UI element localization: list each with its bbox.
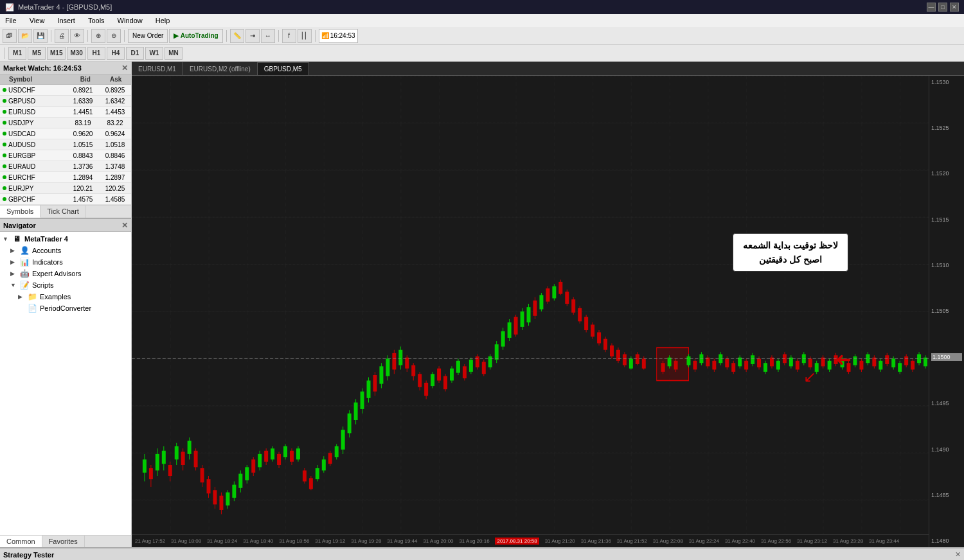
expand-icon: ▼ <box>10 282 17 288</box>
autotrading-button[interactable]: ▶ AutoTrading <box>169 29 222 43</box>
strategy-tester-close[interactable]: ✕ <box>955 550 961 559</box>
tf-d1[interactable]: D1 <box>126 47 144 60</box>
list-item[interactable]: GBPCHF 1.45751.4585 <box>0 194 131 205</box>
accounts-icon: 👤 <box>19 246 30 255</box>
chart-shift-button[interactable]: ⇥ <box>245 29 260 43</box>
svg-rect-24 <box>181 451 185 464</box>
autoscroll-button[interactable]: ↔ <box>261 29 275 43</box>
new-order-button[interactable]: New Order <box>128 29 168 43</box>
navigator-tabs: Common Favorites <box>0 535 131 547</box>
nav-item-label: Expert Advisors <box>32 270 81 277</box>
svg-rect-36 <box>219 496 223 510</box>
nav-item-period-converter[interactable]: 📄 PeriodConverter <box>0 302 131 314</box>
svg-rect-146 <box>571 299 575 312</box>
menu-window[interactable]: Window <box>115 15 145 26</box>
list-item[interactable]: AUDUSD 1.05151.0518 <box>0 139 131 150</box>
print-button[interactable]: 🖨 <box>55 29 69 43</box>
list-item[interactable]: USDJPY 83.1983.22 <box>0 118 131 128</box>
svg-rect-110 <box>456 361 460 373</box>
svg-rect-42 <box>238 474 242 488</box>
list-item[interactable]: GBPUSD 1.63391.6342 <box>0 96 131 107</box>
market-watch-close[interactable]: ✕ <box>121 64 128 73</box>
nav-item-scripts[interactable]: ▼ 📝 Scripts <box>0 279 131 291</box>
svg-rect-215 <box>808 358 812 367</box>
list-item[interactable]: EURAUD 1.37361.3748 <box>0 161 131 172</box>
svg-rect-175 <box>674 361 678 370</box>
nav-item-expert-advisors[interactable]: ▶ 🤖 Expert Advisors <box>0 268 131 279</box>
menu-tools[interactable]: Tools <box>85 15 107 26</box>
annotation-line2: اصبح كل دقيقتين <box>743 254 838 265</box>
tab-eurusd-m2[interactable]: EURUSD,M2 (offline) <box>183 62 258 75</box>
svg-rect-104 <box>437 369 441 381</box>
strategy-tester-header: Strategy Tester ✕ <box>0 548 964 560</box>
open-button[interactable]: 📂 <box>18 29 32 43</box>
svg-rect-112 <box>463 366 467 378</box>
nav-item-metatrader4[interactable]: ▼ 🖥 MetaTrader 4 <box>0 233 131 245</box>
menu-file[interactable]: File <box>3 15 19 26</box>
new-chart-button[interactable]: 🗊 <box>3 29 17 43</box>
tab-common[interactable]: Common <box>0 536 42 547</box>
list-item[interactable]: USDCHF 0.89210.8925 <box>0 85 131 96</box>
save-button[interactable]: 💾 <box>33 29 48 43</box>
tf-m30[interactable]: M30 <box>67 47 85 60</box>
svg-rect-136 <box>539 295 543 309</box>
svg-rect-30 <box>201 468 204 482</box>
sep-tf1 <box>4 48 5 59</box>
tf-m5[interactable]: M5 <box>28 47 46 60</box>
svg-rect-142 <box>558 282 562 294</box>
line-studies-button[interactable]: 📏 <box>230 29 244 43</box>
svg-rect-179 <box>693 361 697 370</box>
tab-eurusd-m1[interactable]: EURUSD,M1 <box>132 62 183 75</box>
svg-rect-34 <box>213 490 217 504</box>
zoom-out-button[interactable]: ⊖ <box>107 29 121 43</box>
list-item[interactable]: USDCAD 0.96200.9624 <box>0 128 131 139</box>
print-preview-button[interactable]: 👁 <box>70 29 84 43</box>
indicators-button[interactable]: f <box>282 29 296 43</box>
price-level: 1.1510 <box>931 262 962 268</box>
maximize-button[interactable]: □ <box>938 3 947 12</box>
tf-m15[interactable]: M15 <box>47 47 66 60</box>
navigator-close[interactable]: ✕ <box>121 221 128 230</box>
period-sep-button[interactable]: ⎢⎢ <box>298 29 312 43</box>
svg-rect-247 <box>911 361 915 370</box>
svg-rect-70 <box>328 453 332 464</box>
svg-rect-18 <box>162 451 166 464</box>
svg-rect-40 <box>232 485 236 498</box>
nav-item-examples[interactable]: ▶ 📁 Examples <box>0 291 131 302</box>
tf-h4[interactable]: H4 <box>107 47 125 60</box>
tf-w1[interactable]: W1 <box>145 47 163 60</box>
expand-icon: ▶ <box>10 247 17 254</box>
menu-view[interactable]: View <box>27 15 48 26</box>
tf-h1[interactable]: H1 <box>87 47 105 60</box>
tab-favorites[interactable]: Favorites <box>42 536 85 547</box>
market-watch-rows: USDCHF 0.89210.8925 GBPUSD 1.63391.6342 … <box>0 85 131 205</box>
svg-rect-128 <box>514 317 518 335</box>
list-item[interactable]: EURUSD 1.44511.4453 <box>0 107 131 118</box>
tab-gbpusd-m5[interactable]: GBPUSD,M5 <box>258 62 309 75</box>
svg-rect-199 <box>757 358 761 367</box>
nav-item-indicators[interactable]: ▶ 📊 Indicators <box>0 256 131 268</box>
nav-item-accounts[interactable]: ▶ 👤 Accounts <box>0 245 131 256</box>
tab-tick-chart[interactable]: Tick Chart <box>40 206 86 218</box>
svg-rect-74 <box>341 430 345 450</box>
menu-help[interactable]: Help <box>153 15 173 26</box>
folder-icon: 🖥 <box>12 234 22 243</box>
navigator-panel: Navigator ✕ ▼ 🖥 MetaTrader 4 ▶ 👤 Account… <box>0 218 131 547</box>
svg-rect-96 <box>411 365 415 376</box>
sep6 <box>315 30 316 42</box>
tf-mn[interactable]: MN <box>165 47 183 60</box>
list-item[interactable]: EURGBP 0.88430.8846 <box>0 150 131 161</box>
strategy-tester-panel: Strategy Tester ✕ Expert Advisor 2 MA Cr… <box>0 547 964 560</box>
svg-rect-118 <box>482 362 486 374</box>
close-button[interactable]: ✕ <box>950 3 959 12</box>
svg-rect-116 <box>476 356 479 367</box>
list-item[interactable]: EURCHF 1.28941.2897 <box>0 172 131 183</box>
strategy-tester-title: Strategy Tester <box>3 551 54 559</box>
list-item[interactable]: EURJPY 120.21120.25 <box>0 183 131 194</box>
tf-m1[interactable]: M1 <box>8 47 26 60</box>
menu-insert[interactable]: Insert <box>55 15 78 26</box>
tab-symbols[interactable]: Symbols <box>0 206 40 218</box>
price-level: 1.1530 <box>931 79 962 85</box>
zoom-in-button[interactable]: ⊕ <box>91 29 105 43</box>
minimize-button[interactable]: — <box>927 3 936 12</box>
